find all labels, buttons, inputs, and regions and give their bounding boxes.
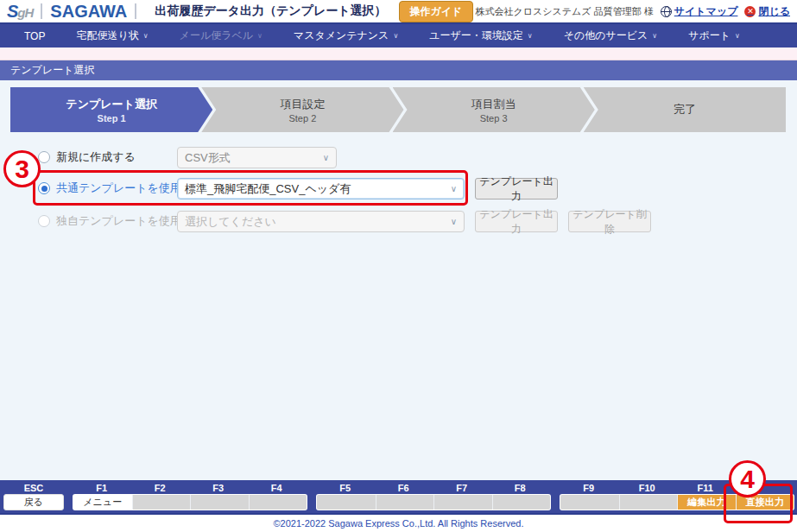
fn-cell-f6 (376, 495, 434, 510)
fn-col-esc: ESC 戻る (3, 482, 64, 510)
nav-item-mail-label: メール便ラベル∨ (180, 28, 263, 43)
radio-create-new[interactable] (38, 151, 50, 163)
nav-label: TOP (24, 30, 45, 42)
radio-own-template (38, 215, 50, 227)
fn-key-label-f5: F5 (316, 482, 375, 494)
logo-gh: gH (17, 5, 33, 20)
step-subtitle: Step 1 (98, 113, 126, 124)
nav-item-user-env-settings[interactable]: ユーザー・環境設定∨ (429, 28, 532, 43)
annotation-circle-3: 3 (3, 150, 41, 187)
step-wizard: テンプレート選択 Step 1 項目設定 Step 2 項目割当 Step 3 … (10, 87, 786, 132)
page-title: 出荷履歴データ出力（テンプレート選択） (155, 3, 386, 19)
nav-item-top[interactable]: TOP (24, 30, 45, 42)
nav-label: サポート (688, 28, 731, 43)
fn-key-label-f2: F2 (131, 482, 190, 494)
fn-cell-f4 (249, 495, 307, 510)
radio-common-template[interactable] (38, 182, 50, 194)
account-name: 株式会社クロスシステムズ 品質管理部 様 (476, 5, 654, 18)
breadcrumb: テンプレート選択 (0, 60, 797, 80)
close-link-label: 閉じる (758, 4, 790, 19)
nav-item-master-maintenance[interactable]: マスタメンテナンス∨ (294, 28, 398, 43)
fn-key-label-f6: F6 (375, 482, 433, 494)
chevron-down-icon: ∨ (323, 153, 329, 162)
select-value: CSV形式 (185, 150, 231, 166)
chevron-down-icon: ∨ (257, 32, 263, 40)
form-row-own-template: 独自テンプレートを使用 (38, 210, 181, 232)
select-value: 選択してください (185, 214, 276, 230)
sitemap-link-label: サイトマップ (674, 4, 738, 19)
back-button[interactable]: 戻る (3, 494, 64, 510)
fn-button-f4-empty (249, 495, 307, 510)
fn-cell-f9 (560, 495, 619, 510)
step-title: 項目設定 (280, 97, 325, 112)
fn-button-f2-empty (132, 495, 191, 510)
pink-strip (0, 48, 797, 60)
fn-button-f6-empty (376, 495, 434, 510)
wizard-step-3-item-assignment: 項目割当 Step 3 (393, 87, 595, 132)
radio-label-own-template: 独自テンプレートを使用 (56, 213, 181, 229)
fn-key-label-esc: ESC (3, 482, 64, 494)
close-link[interactable]: ✕ 閉じる (744, 4, 790, 19)
fn-cell-f11: 編集出力 (677, 495, 736, 510)
fn-button-f9-empty (560, 495, 619, 510)
fn-cell-f3 (190, 495, 249, 510)
fn-group-f1-f4: F1 F2 F3 F4 メニュー (73, 482, 307, 510)
chevron-down-icon: ∨ (451, 217, 457, 226)
nav-label: ユーザー・環境設定 (429, 28, 523, 43)
fn-button-f8-empty (492, 495, 551, 510)
fn-button-f5-empty (317, 495, 376, 510)
nav-item-other-services[interactable]: その他のサービス∨ (564, 28, 658, 43)
edit-output-button[interactable]: 編集出力 (677, 495, 736, 510)
logo-s: S (7, 2, 17, 22)
wizard-step-4-complete: 完了 (584, 87, 786, 132)
main-content: テンプレート選択 Step 1 項目設定 Step 2 項目割当 Step 3 … (0, 80, 797, 480)
title-divider (135, 3, 136, 19)
fn-cell-f1: メニュー (73, 495, 132, 510)
template-export-button-row3: テンプレート出力 (475, 211, 558, 232)
page: SgH SAGAWA 出荷履歴データ出力（テンプレート選択） 操作ガイド 株式会… (0, 0, 797, 532)
chevron-down-icon: ∨ (451, 184, 457, 193)
operation-guide-button[interactable]: 操作ガイド (399, 1, 474, 22)
fn-key-label-f11: F11 (676, 482, 735, 494)
chevron-down-icon: ∨ (735, 32, 740, 40)
fn-key-label-f10: F10 (618, 482, 677, 494)
fn-key-label-f9: F9 (560, 482, 618, 494)
step-title: テンプレート選択 (66, 97, 157, 112)
nav-label: メール便ラベル (180, 28, 253, 43)
header-right: 株式会社クロスシステムズ 品質管理部 様 サイトマップ ✕ 閉じる (476, 4, 790, 19)
fn-button-f3-empty (190, 495, 249, 510)
function-key-bar: ESC 戻る F1 F2 F3 F4 メニュー F5 F6 F7 F8 (0, 480, 797, 513)
own-template-select: 選択してください ∨ (177, 211, 465, 232)
radio-label-common-template: 共通テンプレートを使用 (56, 180, 181, 196)
chevron-down-icon: ∨ (528, 32, 533, 40)
fn-group-f5-f8: F5 F6 F7 F8 (316, 482, 551, 510)
format-select: CSV形式 ∨ (177, 147, 337, 168)
chevron-down-icon: ∨ (393, 32, 398, 40)
close-icon: ✕ (744, 6, 756, 17)
step-title: 項目割当 (471, 97, 516, 112)
sitemap-link[interactable]: サイトマップ (661, 4, 738, 19)
form-row-create-new: 新規に作成する (38, 146, 136, 168)
fn-key-label-f8: F8 (491, 482, 550, 494)
fn-key-label-f7: F7 (433, 482, 491, 494)
logo-sagawa: SAGAWA (50, 2, 127, 22)
chevron-down-icon: ∨ (143, 32, 149, 40)
common-template-select[interactable]: 標準_飛脚宅配便_CSV_ヘッダ有 ∨ (177, 178, 465, 200)
fn-cell-f8 (492, 495, 551, 510)
step-subtitle: Step 2 (288, 113, 316, 124)
fn-key-label-f4: F4 (248, 482, 307, 494)
radio-label-create-new: 新規に作成する (56, 149, 136, 165)
fn-cell-f2 (132, 495, 191, 510)
step-subtitle: Step 3 (480, 113, 508, 124)
header: SgH SAGAWA 出荷履歴データ出力（テンプレート選択） 操作ガイド 株式会… (0, 0, 797, 24)
fn-button-f10-empty (619, 495, 678, 510)
fn-key-label-f3: F3 (189, 482, 248, 494)
template-delete-button: テンプレート削除 (568, 211, 651, 232)
template-export-button-row2[interactable]: テンプレート出力 (475, 178, 558, 200)
nav-item-takuhaibin-invoice[interactable]: 宅配便送り状∨ (76, 28, 148, 43)
nav-item-support[interactable]: サポート∨ (688, 28, 740, 43)
main-nav: TOP 宅配便送り状∨ メール便ラベル∨ マスタメンテナンス∨ ユーザー・環境設… (0, 24, 797, 48)
logo-divider (41, 3, 42, 19)
menu-button[interactable]: メニュー (73, 495, 132, 510)
wizard-step-1-template-select: テンプレート選択 Step 1 (10, 87, 212, 132)
